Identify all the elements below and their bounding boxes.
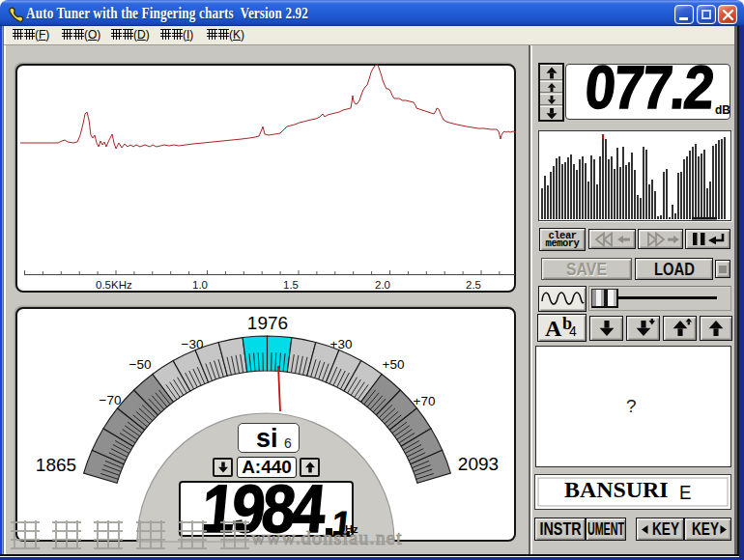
svg-text:KEY: KEY: [652, 520, 679, 538]
svg-text:KEY: KEY: [692, 520, 719, 538]
svg-text:INSTR: INSTR: [539, 520, 581, 538]
svg-text:LOAD: LOAD: [654, 260, 695, 279]
svg-text:UMENT: UMENT: [587, 520, 624, 538]
svg-text:SAVE: SAVE: [566, 260, 607, 279]
